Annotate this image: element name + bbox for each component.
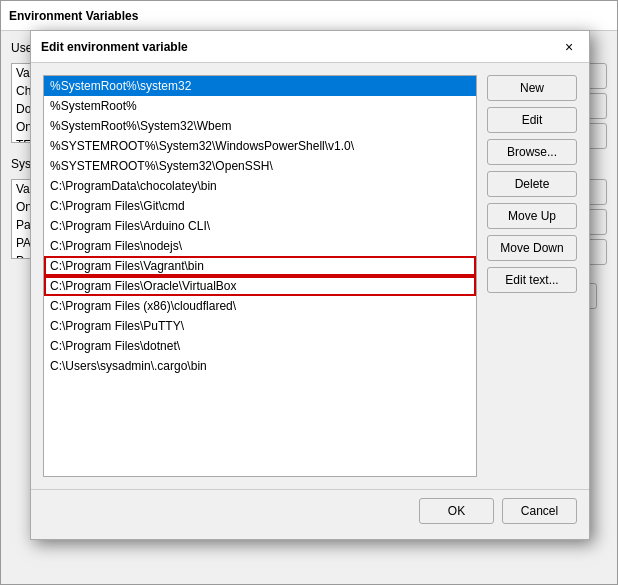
path-item-git[interactable]: C:\Program Files\Git\cmd	[44, 196, 476, 216]
path-item-arduino[interactable]: C:\Program Files\Arduino CLI\	[44, 216, 476, 236]
path-item-powershell[interactable]: %SYSTEMROOT%\System32\WindowsPowerShell\…	[44, 136, 476, 156]
edit-env-dialog: Edit environment variable × %SystemRoot%…	[30, 30, 590, 540]
path-item-putty[interactable]: C:\Program Files\PuTTY\	[44, 316, 476, 336]
dialog-title: Edit environment variable	[41, 40, 188, 54]
dialog-close-button[interactable]: ×	[559, 37, 579, 57]
path-item-chocolatey[interactable]: C:\ProgramData\chocolatey\bin	[44, 176, 476, 196]
browse-button[interactable]: Browse...	[487, 139, 577, 165]
path-item-cloudflared[interactable]: C:\Program Files (x86)\cloudflared\	[44, 296, 476, 316]
new-button[interactable]: New	[487, 75, 577, 101]
path-item-openssh[interactable]: %SYSTEMROOT%\System32\OpenSSH\	[44, 156, 476, 176]
delete-button[interactable]: Delete	[487, 171, 577, 197]
edit-button[interactable]: Edit	[487, 107, 577, 133]
path-item-systemroot-wbem[interactable]: %SystemRoot%\System32\Wbem	[44, 116, 476, 136]
move-up-button[interactable]: Move Up	[487, 203, 577, 229]
dialog-action-buttons: New Edit Browse... Delete Move Up Move D…	[487, 75, 577, 477]
edit-text-button[interactable]: Edit text...	[487, 267, 577, 293]
env-vars-titlebar: Environment Variables	[1, 1, 617, 31]
path-item-systemroot-system32[interactable]: %SystemRoot%\system32	[44, 76, 476, 96]
dialog-ok-button[interactable]: OK	[419, 498, 494, 524]
move-down-button[interactable]: Move Down	[487, 235, 577, 261]
dialog-footer: OK Cancel	[31, 489, 589, 532]
path-item-dotnet[interactable]: C:\Program Files\dotnet\	[44, 336, 476, 356]
dialog-cancel-button[interactable]: Cancel	[502, 498, 577, 524]
path-list[interactable]: %SystemRoot%\system32 %SystemRoot% %Syst…	[43, 75, 477, 477]
path-item-virtualbox[interactable]: C:\Program Files\Oracle\VirtualBox	[44, 276, 476, 296]
path-item-cargo[interactable]: C:\Users\sysadmin\.cargo\bin	[44, 356, 476, 376]
dialog-titlebar: Edit environment variable ×	[31, 31, 589, 63]
path-item-systemroot[interactable]: %SystemRoot%	[44, 96, 476, 116]
dialog-body: %SystemRoot%\system32 %SystemRoot% %Syst…	[31, 63, 589, 489]
path-item-vagrant[interactable]: C:\Program Files\Vagrant\bin	[44, 256, 476, 276]
path-item-nodejs[interactable]: C:\Program Files\nodejs\	[44, 236, 476, 256]
env-vars-title: Environment Variables	[9, 9, 138, 23]
